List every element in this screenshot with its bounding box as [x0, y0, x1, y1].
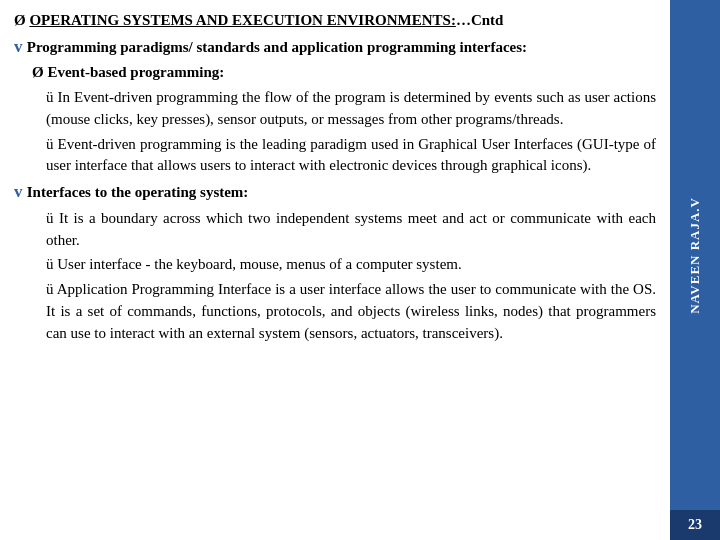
- sidebar: NAVEEN RAJA.V: [670, 0, 720, 510]
- bullet-v-2: v: [14, 182, 27, 201]
- check-1: ü: [46, 89, 58, 105]
- para7-text: User interface - the keyboard, mouse, me…: [57, 256, 461, 272]
- para3-text: In Event-driven programming the flow of …: [46, 89, 656, 127]
- para-event-driven-2: ü Event-driven programming is the leadin…: [14, 134, 656, 178]
- check-3: ü: [46, 210, 59, 226]
- para-event-based: Ø Event-based programming:: [14, 62, 656, 84]
- para8-text: Application Programming Interface is a u…: [46, 281, 656, 341]
- para4-text: Event-driven programming is the leading …: [46, 136, 656, 174]
- para-api: ü Application Programming Interface is a…: [14, 279, 656, 344]
- heading-text: OPERATING SYSTEMS AND EXECUTION ENVIRONM…: [29, 12, 455, 28]
- page-number-box: 23: [670, 510, 720, 540]
- para-event-driven-1: ü In Event-driven programming the flow o…: [14, 87, 656, 131]
- bullet-v-1: v: [14, 37, 27, 56]
- bullet-o-2: Ø: [32, 64, 47, 80]
- para5-text: Interfaces to the operating system:: [27, 184, 249, 200]
- para1-text: Programming paradigms/ standards and app…: [27, 39, 527, 55]
- heading-suffix: …Cntd: [456, 12, 504, 28]
- heading-line: Ø OPERATING SYSTEMS AND EXECUTION ENVIRO…: [14, 10, 656, 32]
- main-content: Ø OPERATING SYSTEMS AND EXECUTION ENVIRO…: [0, 0, 670, 540]
- para2-text: Event-based programming:: [47, 64, 224, 80]
- para6-text: It is a boundary across which two indepe…: [46, 210, 656, 248]
- page-number: 23: [688, 515, 702, 535]
- sidebar-author: NAVEEN RAJA.V: [686, 197, 705, 314]
- check-5: ü: [46, 281, 57, 297]
- check-4: ü: [46, 256, 57, 272]
- para-programming: v Programming paradigms/ standards and a…: [14, 35, 656, 60]
- para-interfaces: v Interfaces to the operating system:: [14, 180, 656, 205]
- para-user-interface: ü User interface - the keyboard, mouse, …: [14, 254, 656, 276]
- bullet-o-1: Ø: [14, 12, 29, 28]
- para-boundary: ü It is a boundary across which two inde…: [14, 208, 656, 252]
- check-2: ü: [46, 136, 58, 152]
